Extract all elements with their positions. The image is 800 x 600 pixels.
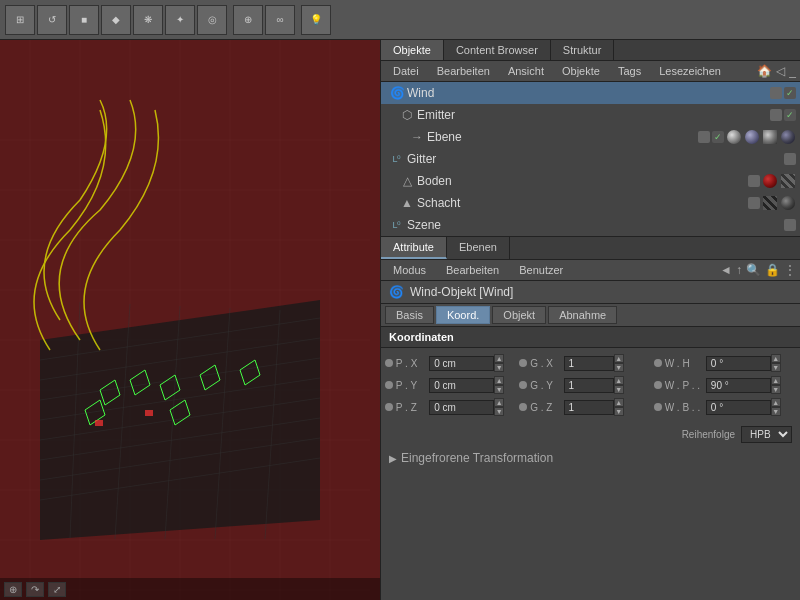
- spin-pz-up[interactable]: ▲: [494, 398, 504, 407]
- attr-subtab-abnahme[interactable]: Abnahme: [548, 306, 617, 324]
- input-wb[interactable]: [706, 400, 771, 415]
- spin-gy-up[interactable]: ▲: [614, 376, 624, 385]
- input-gz[interactable]: [564, 400, 614, 415]
- attr-title-text: Wind-Objekt [Wind]: [410, 285, 513, 299]
- vp-rotate-btn[interactable]: ↷: [26, 582, 44, 597]
- input-wrap-px: ▲ ▼: [429, 354, 517, 372]
- obj-row-boden[interactable]: △ Boden: [381, 170, 800, 192]
- spin-px-up[interactable]: ▲: [494, 354, 504, 363]
- mat-sphere-2: [745, 130, 759, 144]
- input-wh[interactable]: [706, 356, 771, 371]
- wind-check: ✓: [784, 87, 796, 99]
- back-icon[interactable]: ◁: [776, 64, 785, 78]
- obj-name-schacht: Schacht: [417, 196, 748, 210]
- input-wp[interactable]: [706, 378, 771, 393]
- viewport[interactable]: ⊕ ↷ ⤢: [0, 40, 380, 600]
- obj-row-emitter[interactable]: ⬡ Emitter ✓: [381, 104, 800, 126]
- attr-reihenfolge-row: Reihenfolge HPB: [381, 422, 800, 447]
- home-icon[interactable]: 🏠: [757, 64, 772, 78]
- obj-row-wind[interactable]: 🌀 Wind ✓: [381, 82, 800, 104]
- input-wrap-pz: ▲ ▼: [429, 398, 517, 416]
- minimize-icon[interactable]: _: [789, 64, 796, 78]
- lock-icon[interactable]: 🔒: [765, 263, 780, 277]
- input-gx[interactable]: [564, 356, 614, 371]
- vp-scale-btn[interactable]: ⤢: [48, 582, 66, 597]
- toolbar-icon-6[interactable]: ✦: [165, 5, 195, 35]
- objects-list: 🌀 Wind ✓ ⬡ Emitter ✓: [381, 82, 800, 236]
- tab-content-browser[interactable]: Content Browser: [444, 40, 551, 60]
- dot-gz: [519, 403, 527, 411]
- menu-datei[interactable]: Datei: [385, 63, 427, 79]
- spin-px-down[interactable]: ▼: [494, 363, 504, 372]
- spin-wh-up[interactable]: ▲: [771, 354, 781, 363]
- input-pz[interactable]: [429, 400, 494, 415]
- vp-move-btn[interactable]: ⊕: [4, 582, 22, 597]
- attr-frozen[interactable]: ▶ Eingefrorene Transformation: [381, 447, 800, 469]
- spinner-wh: ▲ ▼: [771, 354, 781, 372]
- spin-wp-up[interactable]: ▲: [771, 376, 781, 385]
- toolbar-icon-1[interactable]: ⊞: [5, 5, 35, 35]
- reihenfolge-select[interactable]: HPB: [741, 426, 792, 443]
- attr-subtab-koord[interactable]: Koord.: [436, 306, 490, 324]
- spin-wb-up[interactable]: ▲: [771, 398, 781, 407]
- attr-row-2: P . Y ▲ ▼ G . Y: [381, 374, 800, 396]
- attr-tab-ebenen[interactable]: Ebenen: [447, 237, 510, 259]
- emitter-check: ✓: [784, 109, 796, 121]
- toolbar-icon-8[interactable]: ⊕: [233, 5, 263, 35]
- spinner-px: ▲ ▼: [494, 354, 504, 372]
- dot-px: [385, 359, 393, 367]
- spin-gx-down[interactable]: ▼: [614, 363, 624, 372]
- menu-tags[interactable]: Tags: [610, 63, 649, 79]
- obj-row-ebene[interactable]: → Ebene ✓: [381, 126, 800, 148]
- input-wrap-wh: ▲ ▼: [706, 354, 794, 372]
- search-icon[interactable]: 🔍: [746, 263, 761, 277]
- obj-row-szene[interactable]: L⁰ Szene: [381, 214, 800, 236]
- tab-struktur[interactable]: Struktur: [551, 40, 615, 60]
- toolbar-icon-10[interactable]: 💡: [301, 5, 331, 35]
- menu-ansicht[interactable]: Ansicht: [500, 63, 552, 79]
- input-px[interactable]: [429, 356, 494, 371]
- spin-wh-down[interactable]: ▼: [771, 363, 781, 372]
- label-pz: P . Z: [396, 402, 427, 413]
- toolbar-icon-2[interactable]: ↺: [37, 5, 67, 35]
- emitter-tags: ✓: [770, 109, 796, 121]
- svg-rect-38: [95, 420, 103, 426]
- input-py[interactable]: [429, 378, 494, 393]
- cursor-icon[interactable]: ↑: [736, 263, 742, 277]
- ebene-check: ✓: [712, 131, 724, 143]
- attr-subtab-objekt[interactable]: Objekt: [492, 306, 546, 324]
- dot-gy: [519, 381, 527, 389]
- spin-wb-down[interactable]: ▼: [771, 407, 781, 416]
- spin-pz-down[interactable]: ▼: [494, 407, 504, 416]
- toolbar-icon-3[interactable]: ■: [69, 5, 99, 35]
- menu-bearbeiten[interactable]: Bearbeiten: [429, 63, 498, 79]
- menu-objekte[interactable]: Objekte: [554, 63, 608, 79]
- menu-lesezeichen[interactable]: Lesezeichen: [651, 63, 729, 79]
- tab-objekte[interactable]: Objekte: [381, 40, 444, 60]
- szene-tags: [784, 219, 796, 231]
- toolbar-icon-9[interactable]: ∞: [265, 5, 295, 35]
- attr-subtab-basis[interactable]: Basis: [385, 306, 434, 324]
- arrow-left-icon[interactable]: ◄: [720, 263, 732, 277]
- mat-sphere-3: [763, 130, 777, 144]
- attr-tab-attribute[interactable]: Attribute: [381, 237, 447, 259]
- attr-modus-btn[interactable]: Modus: [385, 262, 434, 278]
- obj-row-gitter[interactable]: L⁰ Gitter: [381, 148, 800, 170]
- spin-py-down[interactable]: ▼: [494, 385, 504, 394]
- obj-row-schacht[interactable]: ▲ Schacht: [381, 192, 800, 214]
- spin-gz-down[interactable]: ▼: [614, 407, 624, 416]
- mat-schacht-1: [763, 196, 777, 210]
- input-gy[interactable]: [564, 378, 614, 393]
- spin-py-up[interactable]: ▲: [494, 376, 504, 385]
- spin-gz-up[interactable]: ▲: [614, 398, 624, 407]
- right-panel: Objekte Content Browser Struktur Datei B…: [380, 40, 800, 600]
- toolbar-icon-4[interactable]: ◆: [101, 5, 131, 35]
- spin-gy-down[interactable]: ▼: [614, 385, 624, 394]
- toolbar-icon-5[interactable]: ❋: [133, 5, 163, 35]
- spin-gx-up[interactable]: ▲: [614, 354, 624, 363]
- spin-wp-down[interactable]: ▼: [771, 385, 781, 394]
- attr-bearbeiten-btn[interactable]: Bearbeiten: [438, 262, 507, 278]
- attr-benutzer-btn[interactable]: Benutzer: [511, 262, 571, 278]
- toolbar-icon-7[interactable]: ◎: [197, 5, 227, 35]
- more-icon[interactable]: ⋮: [784, 263, 796, 277]
